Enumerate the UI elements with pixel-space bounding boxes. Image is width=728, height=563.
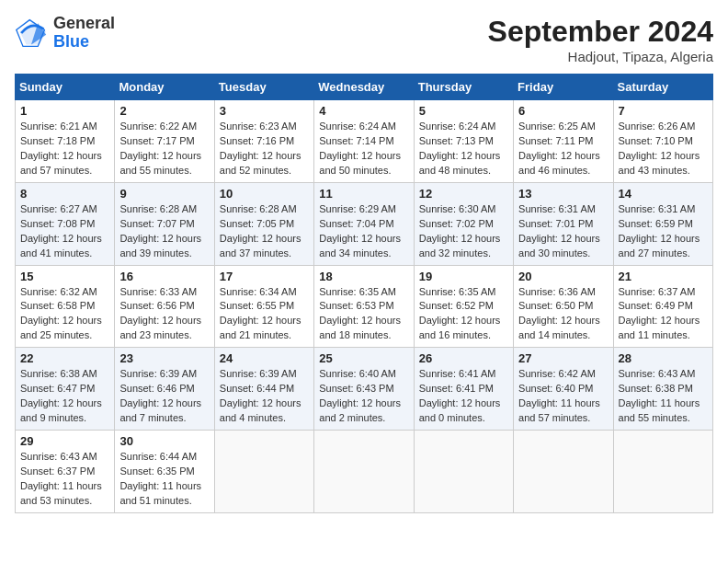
day-info: Sunrise: 6:28 AMSunset: 7:07 PMDaylight:…: [119, 202, 209, 261]
calendar-cell: 24 Sunrise: 6:39 AMSunset: 6:44 PMDaylig…: [214, 348, 313, 431]
day-number: 5: [419, 104, 508, 118]
day-info: Sunrise: 6:44 AMSunset: 6:35 PMDaylight:…: [119, 450, 209, 509]
day-number: 11: [319, 187, 408, 201]
day-number: 28: [619, 351, 708, 365]
weekday-header-thursday: Thursday: [414, 75, 513, 100]
calendar-cell: 3 Sunrise: 6:23 AMSunset: 7:16 PMDayligh…: [214, 100, 313, 183]
calendar-table: SundayMondayTuesdayWednesdayThursdayFrid…: [15, 74, 713, 513]
calendar-cell: [514, 431, 613, 513]
calendar-cell: 2 Sunrise: 6:22 AMSunset: 7:17 PMDayligh…: [115, 100, 214, 183]
day-info: Sunrise: 6:32 AMSunset: 6:58 PMDaylight:…: [20, 285, 109, 344]
calendar-cell: 21 Sunrise: 6:37 AMSunset: 6:49 PMDaylig…: [613, 265, 712, 348]
day-info: Sunrise: 6:30 AMSunset: 7:02 PMDaylight:…: [419, 202, 508, 261]
day-number: 6: [518, 104, 608, 118]
calendar-cell: 13 Sunrise: 6:31 AMSunset: 7:01 PMDaylig…: [514, 182, 613, 265]
day-number: 14: [619, 187, 708, 201]
day-number: 18: [319, 270, 408, 283]
page-header: General Blue September 2024 Hadjout, Tip…: [15, 15, 713, 64]
day-number: 1: [20, 104, 109, 118]
logo-icon: [15, 17, 48, 50]
day-info: Sunrise: 6:36 AMSunset: 6:50 PMDaylight:…: [518, 285, 608, 344]
day-info: Sunrise: 6:37 AMSunset: 6:49 PMDaylight:…: [619, 285, 708, 344]
day-info: Sunrise: 6:31 AMSunset: 6:59 PMDaylight:…: [619, 202, 708, 261]
day-number: 26: [419, 351, 508, 365]
logo-line1: General: [53, 15, 115, 33]
calendar-cell: [314, 431, 414, 513]
day-number: 13: [518, 187, 608, 201]
day-info: Sunrise: 6:40 AMSunset: 6:43 PMDaylight:…: [319, 367, 408, 426]
day-info: Sunrise: 6:33 AMSunset: 6:56 PMDaylight:…: [119, 285, 209, 344]
month-year: September 2024: [488, 15, 713, 49]
day-info: Sunrise: 6:42 AMSunset: 6:40 PMDaylight:…: [518, 367, 608, 426]
day-number: 9: [119, 187, 209, 201]
day-number: 21: [619, 270, 708, 283]
calendar-cell: 29 Sunrise: 6:43 AMSunset: 6:37 PMDaylig…: [16, 431, 115, 513]
logo-text: General Blue: [53, 15, 115, 52]
calendar-week-2: 8 Sunrise: 6:27 AMSunset: 7:08 PMDayligh…: [16, 182, 713, 265]
calendar-cell: 5 Sunrise: 6:24 AMSunset: 7:13 PMDayligh…: [414, 100, 513, 183]
day-number: 3: [220, 104, 309, 118]
day-number: 30: [119, 434, 209, 448]
calendar-cell: 17 Sunrise: 6:34 AMSunset: 6:55 PMDaylig…: [214, 265, 313, 348]
weekday-header-sunday: Sunday: [16, 75, 115, 100]
calendar-cell: 30 Sunrise: 6:44 AMSunset: 6:35 PMDaylig…: [115, 431, 214, 513]
weekday-header-monday: Monday: [115, 75, 214, 100]
location: Hadjout, Tipaza, Algeria: [488, 49, 713, 64]
calendar-cell: 20 Sunrise: 6:36 AMSunset: 6:50 PMDaylig…: [514, 265, 613, 348]
day-info: Sunrise: 6:35 AMSunset: 6:53 PMDaylight:…: [319, 285, 408, 344]
day-number: 8: [20, 187, 109, 201]
calendar-cell: 26 Sunrise: 6:41 AMSunset: 6:41 PMDaylig…: [414, 348, 513, 431]
calendar-week-4: 22 Sunrise: 6:38 AMSunset: 6:47 PMDaylig…: [16, 348, 713, 431]
day-info: Sunrise: 6:41 AMSunset: 6:41 PMDaylight:…: [419, 367, 508, 426]
calendar-cell: 7 Sunrise: 6:26 AMSunset: 7:10 PMDayligh…: [613, 100, 712, 183]
calendar-cell: 27 Sunrise: 6:42 AMSunset: 6:40 PMDaylig…: [514, 348, 613, 431]
calendar-cell: 28 Sunrise: 6:43 AMSunset: 6:38 PMDaylig…: [613, 348, 712, 431]
day-info: Sunrise: 6:23 AMSunset: 7:16 PMDaylight:…: [220, 120, 309, 178]
day-number: 10: [220, 187, 309, 201]
title-block: September 2024 Hadjout, Tipaza, Algeria: [488, 15, 713, 64]
day-info: Sunrise: 6:39 AMSunset: 6:46 PMDaylight:…: [119, 367, 209, 426]
logo: General Blue: [15, 15, 115, 52]
day-number: 24: [220, 351, 309, 365]
day-info: Sunrise: 6:38 AMSunset: 6:47 PMDaylight:…: [20, 367, 109, 426]
day-number: 15: [20, 270, 109, 283]
calendar-cell: [214, 431, 313, 513]
calendar-cell: 23 Sunrise: 6:39 AMSunset: 6:46 PMDaylig…: [115, 348, 214, 431]
day-number: 12: [419, 187, 508, 201]
day-info: Sunrise: 6:35 AMSunset: 6:52 PMDaylight:…: [419, 285, 508, 344]
calendar-cell: 6 Sunrise: 6:25 AMSunset: 7:11 PMDayligh…: [514, 100, 613, 183]
calendar-cell: 16 Sunrise: 6:33 AMSunset: 6:56 PMDaylig…: [115, 265, 214, 348]
day-info: Sunrise: 6:21 AMSunset: 7:18 PMDaylight:…: [20, 120, 109, 178]
day-info: Sunrise: 6:43 AMSunset: 6:38 PMDaylight:…: [619, 367, 708, 426]
day-info: Sunrise: 6:25 AMSunset: 7:11 PMDaylight:…: [518, 120, 608, 178]
calendar-cell: 18 Sunrise: 6:35 AMSunset: 6:53 PMDaylig…: [314, 265, 414, 348]
day-info: Sunrise: 6:29 AMSunset: 7:04 PMDaylight:…: [319, 202, 408, 261]
weekday-header-saturday: Saturday: [613, 75, 712, 100]
calendar-cell: 9 Sunrise: 6:28 AMSunset: 7:07 PMDayligh…: [115, 182, 214, 265]
calendar-week-1: 1 Sunrise: 6:21 AMSunset: 7:18 PMDayligh…: [16, 100, 713, 183]
day-info: Sunrise: 6:24 AMSunset: 7:13 PMDaylight:…: [419, 120, 508, 178]
day-number: 23: [119, 351, 209, 365]
calendar-cell: 22 Sunrise: 6:38 AMSunset: 6:47 PMDaylig…: [16, 348, 115, 431]
day-number: 27: [518, 351, 608, 365]
logo-line2: Blue: [53, 33, 115, 52]
weekday-header-tuesday: Tuesday: [214, 75, 313, 100]
day-info: Sunrise: 6:34 AMSunset: 6:55 PMDaylight:…: [220, 285, 309, 344]
calendar-cell: [613, 431, 712, 513]
day-number: 25: [319, 351, 408, 365]
day-info: Sunrise: 6:39 AMSunset: 6:44 PMDaylight:…: [220, 367, 309, 426]
calendar-cell: 14 Sunrise: 6:31 AMSunset: 6:59 PMDaylig…: [613, 182, 712, 265]
calendar-cell: [414, 431, 513, 513]
day-info: Sunrise: 6:43 AMSunset: 6:37 PMDaylight:…: [20, 450, 109, 509]
calendar-cell: 25 Sunrise: 6:40 AMSunset: 6:43 PMDaylig…: [314, 348, 414, 431]
day-info: Sunrise: 6:28 AMSunset: 7:05 PMDaylight:…: [220, 202, 309, 261]
calendar-week-5: 29 Sunrise: 6:43 AMSunset: 6:37 PMDaylig…: [16, 431, 713, 513]
day-number: 17: [220, 270, 309, 283]
weekday-header-friday: Friday: [514, 75, 613, 100]
day-number: 29: [20, 434, 109, 448]
calendar-cell: 1 Sunrise: 6:21 AMSunset: 7:18 PMDayligh…: [16, 100, 115, 183]
weekday-header-wednesday: Wednesday: [314, 75, 414, 100]
calendar-cell: 4 Sunrise: 6:24 AMSunset: 7:14 PMDayligh…: [314, 100, 414, 183]
day-info: Sunrise: 6:22 AMSunset: 7:17 PMDaylight:…: [119, 120, 209, 178]
weekday-header-row: SundayMondayTuesdayWednesdayThursdayFrid…: [16, 75, 713, 100]
